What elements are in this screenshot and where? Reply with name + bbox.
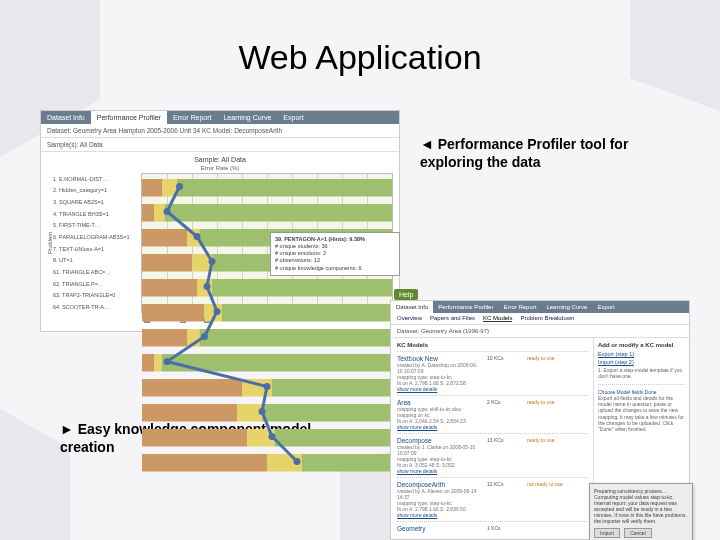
tab-learning-curve[interactable]: Learning Curve (541, 301, 592, 313)
export-link[interactable]: Export (step 1) (598, 351, 685, 357)
svg-point-44 (264, 383, 271, 390)
problem-label: 4. TRIANGLE BH3S=1 (53, 211, 139, 217)
kc-model-details-link[interactable]: show more details (397, 424, 481, 430)
profiler-dataset-line: Dataset: Geometry Area Hampton 2005-2006… (41, 124, 399, 138)
tab-learning-curve[interactable]: Learning Curve (217, 111, 277, 124)
cancel-button[interactable]: Cancel (624, 528, 652, 538)
svg-rect-4 (155, 204, 165, 222)
subtab-papers[interactable]: Papers and Files (430, 315, 475, 322)
problem-label: 64. SCOOTER-TR-A… (53, 304, 139, 310)
svg-rect-3 (142, 204, 155, 222)
kc-model-row: DecomposeArith created by A. Aleven on 2… (397, 477, 587, 521)
kc-model-row: Area mapping type: skill-to-kc also mapp… (397, 395, 587, 433)
chart-subtitle: Error Rate (%) (47, 165, 393, 171)
tab-error-report[interactable]: Error Report (167, 111, 218, 124)
tab-export[interactable]: Export (277, 111, 309, 124)
svg-point-38 (194, 233, 201, 240)
tooltip-row: # unique knowledge components: 6 (275, 265, 395, 272)
svg-point-42 (201, 333, 208, 340)
svg-rect-9 (142, 254, 192, 272)
svg-rect-27 (142, 404, 237, 422)
tab-performance-profiler[interactable]: Performance Profiler (433, 301, 498, 313)
problem-label: 6. PARALLELOGRAM-AB3S=1 (53, 234, 139, 240)
import-popup: Preparing consistency process… Computing… (589, 483, 693, 540)
svg-point-41 (214, 308, 221, 315)
kc-model-mapping: mapping type: skill-to-kc also mapping o… (397, 406, 481, 418)
chart-tooltip: 39. PENTAGON-A=1 (Hints): 9.38% # unique… (270, 232, 400, 276)
tooltip-row: # observations: 12 (275, 257, 395, 264)
svg-point-45 (259, 408, 266, 415)
problem-label: 5. FIRST-TIME-T… (53, 222, 139, 228)
tab-export[interactable]: Export (592, 301, 619, 313)
kcm-tabbar: Dataset Info Performance Profiler Error … (391, 301, 689, 313)
profiler-sample-line: Sample(s): All Data (41, 138, 399, 152)
profiler-chart: Sample: All Data Error Rate (%) Problem … (41, 152, 399, 331)
kcm-list: KC Models Textbook New created by A. Dat… (391, 338, 593, 539)
svg-rect-0 (142, 179, 162, 197)
svg-rect-17 (222, 304, 392, 322)
subtab-kc-models[interactable]: KC Models (483, 315, 512, 322)
profiler-screenshot: Dataset Info Performance Profiler Error … (40, 110, 400, 332)
svg-rect-30 (142, 429, 247, 447)
svg-rect-24 (142, 379, 242, 397)
kc-model-created: created by A. Aleven on 2009-06-14 14:37 (397, 488, 481, 500)
svg-point-37 (164, 208, 171, 215)
problem-label: 61. TRIANGLE ABC=… (53, 269, 139, 275)
kcm-subtabs: Overview Papers and Files KC Models Prob… (391, 313, 689, 325)
tab-performance-profiler[interactable]: Performance Profiler (91, 111, 167, 124)
tab-error-report[interactable]: Error Report (498, 301, 541, 313)
svg-rect-28 (237, 404, 262, 422)
kc-model-name[interactable]: Geometry (397, 525, 481, 532)
kc-model-status: ready to use (527, 355, 587, 392)
tab-dataset-info[interactable]: Dataset Info (41, 111, 91, 124)
kc-model-row: Geometry 1 KCs (397, 521, 587, 535)
chart-category-labels: 1. E.NORMAL-DIST… 2. Hidden_category=1 3… (53, 173, 141, 313)
import-link[interactable]: Import (step 2) (598, 359, 685, 365)
kc-model-kcs: 1 KCs (487, 525, 521, 532)
problem-label: 2. Hidden_category=1 (53, 187, 139, 193)
svg-rect-6 (142, 229, 187, 247)
kc-models-screenshot: Help Dataset Info Performance Profiler E… (390, 300, 690, 540)
import-button[interactable]: Import (594, 528, 620, 538)
kc-model-status: ready to use (527, 437, 587, 474)
svg-point-47 (294, 458, 301, 465)
kc-model-name[interactable]: Textbook New (397, 355, 481, 362)
svg-rect-2 (177, 179, 392, 197)
problem-label: 3. SQUARE AB2S=1 (53, 199, 139, 205)
chart-title: Sample: All Data (47, 156, 393, 163)
kcm-dataset-line: Dataset: Geometry Area (1996-97) (391, 325, 689, 337)
kc-model-row: Decompose created by J. Clarke on 2008-0… (397, 433, 587, 477)
kcm-section-title: KC Models (397, 342, 587, 348)
problem-label: 1. E.NORMAL-DIST… (53, 176, 139, 182)
svg-rect-26 (272, 379, 392, 397)
kc-model-kcs: 10 KCs (487, 355, 521, 392)
side-note-2: Export all fields and details for the mo… (598, 395, 685, 433)
side-note-1: 1. Export a step-model template if you d… (598, 367, 685, 380)
chart-series-svg (142, 174, 392, 474)
kc-model-created: created by A. Datashop on 2009-06-10 10:… (397, 362, 481, 374)
tab-dataset-info[interactable]: Dataset Info (391, 301, 433, 313)
kc-model-status (527, 525, 587, 532)
kc-model-name[interactable]: DecomposeArith (397, 481, 481, 488)
tooltip-row: # unique emotions: 2 (275, 250, 395, 257)
subtab-overview[interactable]: Overview (397, 315, 422, 322)
svg-rect-20 (200, 329, 393, 347)
tooltip-title: 39. PENTAGON-A=1 (Hints): 9.38% (275, 236, 395, 243)
kc-model-row: Textbook New created by A. Datashop on 2… (397, 351, 587, 395)
popup-text: Preparing consistency process… Computing… (594, 488, 688, 524)
kc-model-details-link[interactable]: show more details (397, 468, 481, 474)
kc-model-status: not ready to use (527, 481, 587, 518)
svg-point-36 (176, 183, 183, 190)
chart-grid: 39. PENTAGON-A=1 (Hints): 9.38% # unique… (141, 173, 393, 313)
problem-label: 62. TRIANGLE P=… (53, 281, 139, 287)
kc-model-details-link[interactable]: show more details (397, 512, 481, 518)
svg-rect-21 (142, 354, 155, 372)
kc-model-name[interactable]: Area (397, 399, 481, 406)
svg-rect-33 (142, 454, 267, 472)
subtab-problem-breakdown[interactable]: Problem Breakdown (520, 315, 574, 322)
kc-model-name[interactable]: Decompose (397, 437, 481, 444)
problem-label: 7. TEXT-UNloss-A=1 (53, 246, 139, 252)
kc-model-details-link[interactable]: show more details (397, 386, 481, 392)
kc-model-kcs: 2 KCs (487, 399, 521, 430)
help-button[interactable]: Help (394, 289, 418, 300)
